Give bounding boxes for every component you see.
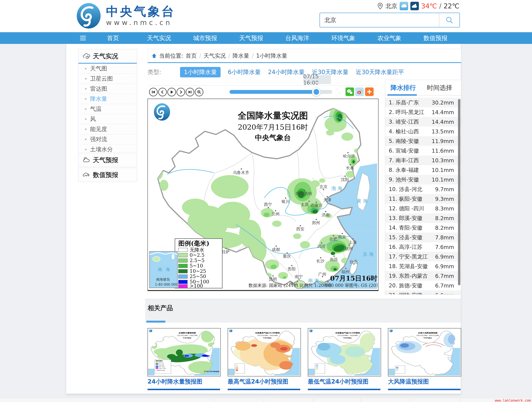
ranking-scrollbar[interactable]	[458, 99, 460, 285]
product-card-wind-cooling[interactable]: 全国大风降温预报图 5月31日20时—6月1日20时 中央气象台	[388, 328, 461, 376]
ranking-row[interactable]: 16. 高淳-江苏7.6mm	[385, 242, 461, 252]
svg-text:10~25: 10~25	[159, 363, 164, 365]
ranking-row[interactable]: 7. 南丰-江西10.3mm	[385, 156, 461, 165]
ranking-row[interactable]: 1. 乐昌-广东30.2mm	[385, 98, 461, 107]
nav-home[interactable]: 首页	[90, 34, 136, 42]
svg-text:中央气象台: 中央气象台	[255, 133, 291, 142]
menu-icon[interactable]	[80, 36, 90, 40]
play-button[interactable]	[167, 88, 176, 96]
product-caption-wind[interactable]: 大风降温预报图	[388, 378, 461, 386]
svg-text:全国降水量实况图: 全国降水量实况图	[238, 110, 308, 121]
more-share-icon[interactable]	[365, 87, 374, 96]
sidebar-item-wind[interactable]: 风	[80, 114, 135, 124]
product-card-max-temp[interactable]: 全国最高气温24小时预报 7月15日20时—16日20时 中央气象台	[228, 328, 301, 376]
ranking-row[interactable]: 18. 芜湖县-安徽6.9mm	[385, 261, 461, 271]
breadcrumb-home[interactable]: 首页	[186, 52, 197, 59]
product-caption-min-temp[interactable]: 最低气温24小时预报图	[308, 378, 380, 386]
ranking-row[interactable]: 11. 枞阳-安徽9.3mm	[385, 194, 461, 204]
svg-text:渤海: 渤海	[331, 186, 344, 191]
ranking-row[interactable]: 17. 宁安-黑龙江6.9mm	[385, 252, 461, 261]
svg-text:西宁: 西宁	[264, 202, 272, 207]
svg-text:中央气象台: 中央气象台	[424, 337, 432, 339]
sidebar-item-precipitation[interactable]: 降水量	[80, 94, 135, 104]
sidebar-item-visibility[interactable]: 能见度	[80, 124, 135, 134]
thumb-min-temp: 全国最低气温24小时预报 7月15日08时—16日08时 中央气象台	[308, 328, 380, 376]
svg-text:× 降水中心值: × 降水中心值	[156, 370, 165, 371]
nav-numerical[interactable]: 数值预报	[412, 34, 458, 42]
ranking-row[interactable]: 5. 南陵-安徽11.9mm	[385, 136, 461, 146]
search-icon	[445, 16, 454, 25]
sun-cloud-icon	[82, 156, 90, 164]
sidebar-item-weather-chart[interactable]: 天气图	[80, 64, 135, 74]
product-caption-max-temp[interactable]: 最高气温24小时预报图	[228, 378, 300, 386]
tab-time-select[interactable]: 时间选择	[427, 83, 452, 92]
location-weather-bar: 北京 34℃ / 22℃	[377, 2, 459, 10]
product-card-min-temp[interactable]: 全国最低气温24小时预报 7月15日08时—16日08时 中央气象台	[308, 328, 381, 376]
ranking-row[interactable]: 15. 泾县-安徽7.8mm	[385, 233, 461, 242]
tab-1h-precip[interactable]: 1小时降水量	[180, 67, 221, 77]
skip-start-button[interactable]	[149, 88, 158, 96]
search-input[interactable]	[320, 13, 439, 27]
wechat-share-icon[interactable]	[346, 87, 354, 96]
sidebar-item-temperature[interactable]: 气温	[80, 104, 135, 114]
ranking-row[interactable]: 8. 永泰-福建10.1mm	[385, 165, 461, 175]
ranking-row[interactable]: 21. 铜陵-安徽6.6mm	[385, 290, 461, 295]
svg-text:全国最低气温24小时预报: 全国最低气温24小时预报	[335, 332, 360, 334]
svg-text:25~50: 25~50	[159, 365, 164, 366]
sidebar-item-convection[interactable]: 强对流	[80, 134, 135, 144]
nav-environment[interactable]: 环境气象	[320, 34, 366, 42]
ranking-row[interactable]: 13. 郎溪-安徽8.2mm	[385, 213, 461, 223]
sidebar-section-title: 天气预报	[93, 156, 118, 164]
location-name[interactable]: 北京	[386, 2, 397, 10]
map-title-block: 全国降水量实况图 2020年7月15日16时 中央气象台	[238, 110, 308, 142]
ranking-row[interactable]: 4. 榆社-山西13.5mm	[385, 127, 461, 136]
ranking-row[interactable]: 14. 青阳-安徽8.2mm	[385, 223, 461, 233]
svg-text:2.5~5: 2.5~5	[190, 258, 204, 263]
tab-6h-precip[interactable]: 6小时降水量	[228, 68, 261, 76]
ranking-row[interactable]: 12. 德阳 -四川8.3mm	[385, 204, 461, 213]
sidebar-item-satellite[interactable]: 卫星云图	[80, 74, 135, 84]
ranking-row[interactable]: 19. 东胜-内蒙古6.7mm	[385, 271, 461, 281]
next-button[interactable]	[177, 88, 185, 96]
site-logo[interactable]: 中央气象台 www.nmc.cn	[76, 2, 175, 29]
svg-text:50~100: 50~100	[159, 366, 165, 368]
svg-text:7月15日20时—16日20时: 7月15日20时—16日20时	[257, 335, 278, 336]
svg-text:乌鲁木齐: 乌鲁木齐	[233, 170, 249, 175]
tab-30d-anomaly[interactable]: 近30天降水量距平	[356, 68, 404, 76]
product-card-precip-forecast[interactable]: 全国降水量预报图 7月15日14时—16日14时 中央气象台 图例(毫米) 0~…	[147, 328, 221, 376]
nav-city-forecast[interactable]: 城市预报	[182, 34, 228, 42]
svg-text:武汉: 武汉	[317, 244, 325, 249]
breadcrumb-precipitation[interactable]: 降水量	[233, 52, 249, 59]
zoom-in-button[interactable]	[195, 88, 203, 96]
ranking-row[interactable]: 2. 呼玛-黑龙江14.4mm	[385, 107, 461, 117]
product-caption-precip[interactable]: 24小时降水量预报图	[147, 378, 220, 386]
slider-handle[interactable]	[312, 87, 321, 96]
ranking-row[interactable]: 20. 旌德-安徽6.7mm	[385, 281, 461, 290]
tab-precip-ranking[interactable]: 降水排行	[391, 83, 416, 92]
site-url: www.nmc.cn	[106, 19, 175, 26]
sidebar-item-radar[interactable]: 雷达图	[80, 84, 135, 94]
ranking-row[interactable]: 3. 靖安-江西14.4mm	[385, 117, 461, 127]
temp-low: 22℃	[443, 2, 459, 10]
weibo-share-icon[interactable]	[355, 87, 364, 96]
nav-weather-forecast[interactable]: 天气预报	[228, 34, 274, 42]
svg-text:南海诸岛: 南海诸岛	[156, 277, 170, 281]
breadcrumb-weather-now[interactable]: 天气实况	[204, 52, 226, 59]
skip-end-button[interactable]	[186, 88, 194, 96]
prev-button[interactable]	[158, 88, 167, 96]
home-icon[interactable]	[151, 53, 157, 58]
svg-text:呼和浩特: 呼和浩特	[296, 191, 312, 196]
ranking-row[interactable]: 6. 宣城-安徽11.6mm	[385, 146, 461, 156]
sidebar-section-forecast[interactable]: 天气预报	[78, 153, 137, 167]
svg-text:石家庄: 石家庄	[311, 203, 323, 208]
tab-24h-precip[interactable]: 24小时降水量	[268, 68, 305, 76]
nav-typhoon-ocean[interactable]: 台风海洋	[274, 34, 320, 42]
nav-weather-now[interactable]: 天气实况	[136, 34, 182, 42]
sidebar-section-numerical[interactable]: 数值预报	[78, 168, 137, 182]
search-button[interactable]	[439, 13, 459, 27]
precipitation-map[interactable]: 渤海 黄海 东海 南海 乌鲁木齐 哈尔滨 长春 沈阳 北京 天津 石家庄 太原 …	[147, 99, 379, 291]
ranking-row[interactable]: 10. 涉县-河北9.7mm	[385, 184, 461, 194]
sidebar-section-weather-now[interactable]: 天气实况	[78, 49, 137, 63]
ranking-row[interactable]: 9. 池州-安徽10.1mm	[385, 175, 461, 184]
nav-agriculture[interactable]: 农业气象	[366, 34, 412, 42]
